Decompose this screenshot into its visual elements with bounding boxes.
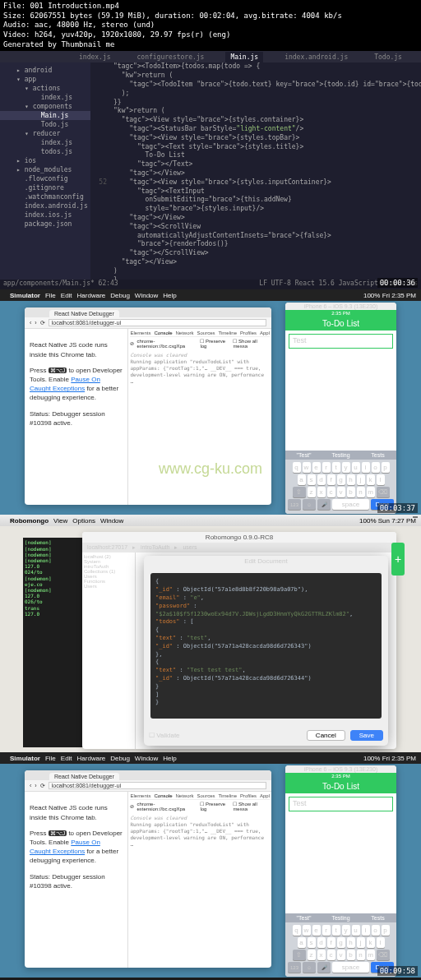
- tree-item[interactable]: Users: [84, 584, 133, 589]
- keyboard-key[interactable]: m: [367, 487, 375, 497]
- keyboard-key[interactable]: i: [362, 925, 370, 936]
- menu-item[interactable]: Debug: [110, 755, 130, 762]
- keyboard-key[interactable]: o: [372, 462, 380, 473]
- suggestion[interactable]: Tests: [359, 913, 396, 922]
- keyboard-key[interactable]: y: [342, 462, 350, 473]
- file-item[interactable]: package.json: [0, 220, 90, 229]
- db-tree[interactable]: localhost (2)SystemintroToAuthCollection…: [82, 552, 136, 749]
- editor-tab[interactable]: configurestore.js: [132, 52, 210, 62]
- menu-item[interactable]: Debug: [110, 292, 130, 299]
- back-icon[interactable]: ‹: [30, 320, 31, 326]
- iphone-simulator[interactable]: iPhone 6 – iOS 9.3 (13E230) 2:35 PM To-D…: [285, 765, 396, 977]
- mac-menubar[interactable]: Robomongo View Options Window 100% Sun 7…: [0, 515, 421, 526]
- keyboard-key[interactable]: k: [367, 937, 375, 948]
- keyboard-key[interactable]: i: [362, 462, 370, 473]
- forward-icon[interactable]: ›: [35, 320, 36, 326]
- devtools-tab[interactable]: Elements: [130, 793, 150, 798]
- menu-item[interactable]: Window: [100, 517, 123, 525]
- menu-item[interactable]: Help: [163, 755, 176, 762]
- keyboard-key[interactable]: g: [337, 937, 345, 948]
- chrome-tab[interactable]: React Native Debugger: [49, 310, 119, 317]
- reload-icon[interactable]: ⟳: [40, 320, 45, 326]
- emoji-key[interactable]: ☺: [303, 962, 316, 973]
- file-item[interactable]: index.js: [0, 93, 90, 102]
- folder-item[interactable]: ios: [0, 156, 90, 165]
- file-item[interactable]: Main.js: [0, 111, 90, 120]
- menu-item[interactable]: View: [53, 517, 67, 525]
- devtools-tab[interactable]: Console: [154, 331, 172, 335]
- ban-icon[interactable]: ⊘: [130, 340, 134, 346]
- keyboard-key[interactable]: s: [308, 937, 316, 948]
- todo-list-body[interactable]: [285, 815, 396, 913]
- keyboard-key[interactable]: n: [357, 487, 365, 497]
- backspace-key[interactable]: ⌫: [377, 487, 390, 497]
- suggestion[interactable]: Testing: [322, 913, 359, 922]
- keyboard-key[interactable]: c: [327, 950, 335, 960]
- mac-menubar[interactable]: Simulator File Edit Hardware Debug Windo…: [0, 752, 421, 764]
- keyboard-key[interactable]: a: [298, 937, 306, 948]
- keyboard-key[interactable]: v: [337, 950, 345, 960]
- keyboard-key[interactable]: j: [357, 937, 365, 948]
- devtools-tabs[interactable]: Elements Console Network Sources Timelin…: [130, 331, 270, 337]
- menubar-app[interactable]: Robomongo: [10, 517, 49, 525]
- keyboard-key[interactable]: a: [298, 474, 306, 485]
- devtools-tab[interactable]: Timeline: [219, 793, 237, 798]
- file-tree[interactable]: androidappactionsindex.jscomponentsMain.…: [0, 51, 90, 289]
- keyboard-key[interactable]: l: [377, 937, 385, 948]
- keyboard-key[interactable]: n: [357, 950, 365, 960]
- keyboard-key[interactable]: x: [317, 487, 326, 497]
- folder-item[interactable]: node_modules: [0, 165, 90, 174]
- keyboard-key[interactable]: c: [327, 487, 335, 497]
- file-item[interactable]: .watchmanconfig: [0, 192, 90, 201]
- keyboard-key[interactable]: f: [327, 474, 335, 485]
- keyboard-key[interactable]: o: [372, 925, 380, 936]
- chrome-toolbar[interactable]: ‹ › ⟳ localhost:8081/debugger-ui: [25, 317, 271, 329]
- folder-item[interactable]: android: [0, 66, 90, 75]
- file-item[interactable]: Todo.js: [0, 120, 90, 129]
- connection[interactable]: localhost:27017: [87, 544, 127, 551]
- keyboard-key[interactable]: z: [308, 487, 316, 497]
- menu-item[interactable]: Help: [163, 292, 176, 299]
- menu-item[interactable]: Window: [135, 755, 158, 762]
- keyboard-key[interactable]: u: [352, 462, 360, 473]
- devtools-tab[interactable]: Network: [175, 331, 193, 335]
- space-key[interactable]: space: [332, 962, 369, 973]
- keyboard-key[interactable]: d: [317, 474, 326, 485]
- menu-item[interactable]: Options: [72, 517, 95, 525]
- suggestion[interactable]: "Test": [285, 451, 322, 460]
- devtools-tab[interactable]: Profiles: [240, 331, 257, 335]
- document-area[interactable]: Edit Document { "_id" : ObjectId("57a1e8…: [136, 552, 396, 749]
- keyboard-key[interactable]: q: [293, 925, 301, 936]
- preserve-log-checkbox[interactable]: ☐ Preserve log: [200, 338, 230, 349]
- show-all-checkbox[interactable]: ☐ Show all messa: [233, 801, 270, 811]
- file-item[interactable]: .gitignore: [0, 183, 90, 192]
- mic-key[interactable]: 🎤: [317, 962, 331, 973]
- keyboard-key[interactable]: j: [357, 474, 365, 485]
- folder-item[interactable]: actions: [0, 84, 90, 93]
- menu-item[interactable]: File: [45, 755, 56, 762]
- keyboard-key[interactable]: l: [377, 474, 385, 485]
- editor-tab[interactable]: index.android.js: [280, 52, 353, 62]
- keyboard-key[interactable]: z: [308, 950, 316, 960]
- file-item[interactable]: todos.js: [0, 147, 90, 156]
- address-bar[interactable]: localhost:8081/debugger-ui: [49, 319, 266, 326]
- keyboard-key[interactable]: u: [352, 925, 360, 936]
- reload-icon[interactable]: ⟳: [40, 783, 45, 789]
- menubar-app[interactable]: Simulator: [10, 755, 40, 762]
- devtools-tab[interactable]: Sources: [197, 793, 215, 798]
- back-icon[interactable]: ‹: [30, 783, 31, 788]
- keyboard-key[interactable]: m: [367, 950, 375, 960]
- keyboard-key[interactable]: y: [342, 925, 350, 936]
- menu-item[interactable]: Hardware: [77, 292, 106, 299]
- chrome-window[interactable]: React Native Debugger ‹ › ⟳ localhost:80…: [25, 770, 271, 968]
- breadcrumb[interactable]: users: [183, 544, 197, 551]
- console-filter[interactable]: chrome-extension://bc.cxgXpa: [136, 339, 197, 349]
- chrome-window[interactable]: React Native Debugger ‹ › ⟳ localhost:80…: [25, 307, 271, 505]
- keyboard-key[interactable]: e: [312, 925, 321, 936]
- folder-item[interactable]: app: [0, 75, 90, 84]
- keyboard-key[interactable]: v: [337, 487, 345, 497]
- devtools-tab[interactable]: Appl: [260, 331, 270, 335]
- mic-key[interactable]: 🎤: [317, 499, 331, 510]
- preserve-log-checkbox[interactable]: ☐ Preserve log: [200, 801, 230, 811]
- suggestion[interactable]: "Test": [285, 913, 322, 922]
